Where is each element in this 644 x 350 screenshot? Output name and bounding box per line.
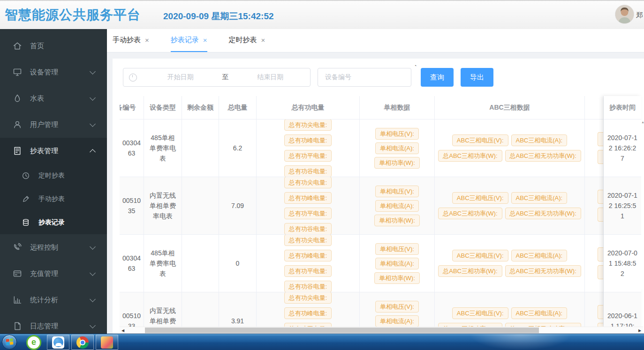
sidebar-item-统计分析[interactable]: 统计分析 bbox=[0, 287, 107, 313]
start-date-placeholder[interactable]: 开始日期 bbox=[141, 73, 220, 82]
stray-mark: ` bbox=[415, 64, 417, 72]
read-time-cell: 2020-06-11 17:10: bbox=[604, 292, 641, 327]
data-tag: 单相电流(A): bbox=[375, 142, 419, 154]
chevron-down-icon bbox=[90, 95, 96, 101]
scroll-left-arrow[interactable]: ◀ bbox=[120, 328, 126, 333]
sidebar-item-label: 日志管理 bbox=[30, 322, 58, 331]
sidebar-item-首页[interactable]: 首页 bbox=[0, 33, 107, 59]
search-button[interactable]: 查询 bbox=[421, 68, 454, 87]
table-cell: ABC三相电压(V):ABC三相电流(A):总ABC三相功率(W):总ABC三相… bbox=[435, 119, 585, 177]
start-button[interactable] bbox=[2, 335, 17, 350]
table-cell: 总有功尖电量:总有功峰电量:总有功平电量:总有功谷电量: bbox=[257, 235, 360, 292]
meter-icon bbox=[13, 146, 22, 156]
table-header-cell bbox=[585, 96, 604, 119]
table-row[interactable]: 0051035内置无线单相单费率电表7.09总有功尖电量:总有功峰电量:总有功平… bbox=[120, 177, 644, 235]
device-no-cell: 0030463 bbox=[120, 119, 144, 177]
abc-phase-tags: ABC三相电压(V):ABC三相电流(A):总ABC三相功率(W):总ABC三相… bbox=[435, 190, 584, 221]
table-cell: 单相电压(V):单相电流(A):单相功率(W): bbox=[360, 292, 435, 327]
browser-360-icon[interactable]: e bbox=[26, 335, 41, 350]
clipped-tag-fragment bbox=[598, 190, 603, 204]
home-icon bbox=[13, 41, 22, 51]
table-row[interactable]: 0030463485单相单费率电表6.2总有功尖电量:总有功峰电量:总有功平电量… bbox=[120, 119, 644, 177]
scroll-right-arrow[interactable]: ▶ bbox=[636, 328, 643, 333]
sidebar-item-抄表管理[interactable]: 抄表管理 bbox=[0, 138, 107, 164]
tab-close-icon[interactable]: × bbox=[145, 36, 149, 44]
sidebar-item-水表[interactable]: 水表 bbox=[0, 85, 107, 112]
data-tag: 总ABC三相无功功率(W): bbox=[505, 265, 581, 277]
chrome-taskbar-button[interactable] bbox=[71, 335, 94, 350]
table-row[interactable]: 0030463485单相单费率电表0总有功尖电量:总有功峰电量:总有功平电量:总… bbox=[120, 235, 644, 292]
data-tag: 总ABC三相功率(W): bbox=[438, 150, 502, 162]
balance-cell bbox=[182, 119, 219, 177]
sidebar-item-充值管理[interactable]: 充值管理 bbox=[0, 261, 107, 287]
sidebar-item-手动抄表[interactable]: 手动抄表 bbox=[0, 187, 107, 211]
table-header-cell: 剩余金额 bbox=[182, 96, 219, 119]
data-tag: ABC三相电压(V): bbox=[452, 250, 508, 261]
clipped-tag-fragment bbox=[598, 265, 603, 279]
data-tag: 单相电压(V): bbox=[375, 243, 419, 255]
sidebar-item-远程控制[interactable]: 远程控制 bbox=[0, 234, 107, 261]
device-number-placeholder: 设备编号 bbox=[325, 73, 351, 82]
qq-browser-taskbar-button[interactable] bbox=[47, 335, 69, 350]
balance-cell bbox=[182, 292, 219, 327]
data-tag: ABC三相电压(V): bbox=[452, 134, 508, 146]
horizontal-scrollbar[interactable]: ◀ ▶ bbox=[120, 327, 643, 334]
device-number-input[interactable]: 设备编号 bbox=[318, 68, 411, 87]
table-row[interactable]: 0051033内置无线单相单费率电表3.91总有功尖电量:总有功峰电量:总有功平… bbox=[120, 292, 644, 327]
device-type-cell: 485单相单费率电表 bbox=[144, 235, 182, 292]
scrollbar-track[interactable] bbox=[126, 328, 636, 333]
end-date-placeholder[interactable]: 结束日期 bbox=[231, 73, 311, 82]
sidebar-item-抄表记录[interactable]: 抄表记录 bbox=[0, 211, 107, 234]
chevron-down-icon bbox=[90, 121, 96, 127]
tab-定时抄表[interactable]: 定时抄表× bbox=[229, 29, 265, 52]
chevron-down-icon bbox=[90, 296, 96, 302]
data-table: 设备编号设备类型剩余金额总电量总有功电量单相数据ABC三相数据003046348… bbox=[120, 96, 644, 327]
photo-app-taskbar-button[interactable] bbox=[96, 335, 118, 350]
tab-close-icon[interactable]: × bbox=[203, 36, 207, 44]
clipped-tag-fragment bbox=[598, 150, 603, 164]
table-header-cell: 总电量 bbox=[219, 96, 257, 119]
data-tag: 单相电流(A): bbox=[375, 258, 419, 269]
date-range-input[interactable]: 开始日期 至 结束日期 bbox=[123, 68, 311, 87]
vertical-scrollbar[interactable]: ▲ bbox=[641, 120, 644, 289]
tab-手动抄表[interactable]: 手动抄表× bbox=[113, 29, 149, 52]
clipped-tag-fragment bbox=[598, 247, 603, 261]
table-header-cell: 设备编号 bbox=[120, 96, 144, 119]
energy-tags: 总有功尖电量:总有功峰电量:总有功平电量:总有功谷电量: bbox=[257, 119, 359, 177]
sidebar-item-label: 统计分析 bbox=[30, 296, 58, 305]
tab-close-icon[interactable]: × bbox=[261, 36, 265, 44]
data-tag: ABC三相电流(A): bbox=[511, 192, 568, 204]
export-button[interactable]: 导出 bbox=[461, 68, 493, 87]
bar-chart-icon bbox=[13, 295, 22, 305]
username[interactable]: 郑 bbox=[636, 11, 643, 20]
chevron-down-icon bbox=[90, 244, 96, 250]
qq-browser-icon bbox=[52, 336, 64, 349]
data-tag: 总有功平电量: bbox=[284, 323, 332, 327]
total-energy-cell: 7.09 bbox=[219, 177, 257, 235]
data-tag: 总ABC三相功率(W): bbox=[438, 208, 502, 219]
sidebar-item-label: 设备管理 bbox=[30, 68, 58, 77]
tab-抄表记录[interactable]: 抄表记录× bbox=[171, 29, 207, 52]
sidebar-item-设备管理[interactable]: 设备管理 bbox=[0, 59, 107, 85]
data-tag: 总有功峰电量: bbox=[284, 307, 332, 319]
tab-bar: 手动抄表×抄表记录×定时抄表× bbox=[107, 29, 644, 52]
sidebar-item-label: 抄表记录 bbox=[38, 218, 65, 227]
avatar[interactable] bbox=[615, 5, 634, 24]
data-tag: 总有功谷电量: bbox=[284, 281, 332, 292]
table-cell: 单相电压(V):单相电流(A):单相功率(W): bbox=[360, 235, 435, 292]
clipped-tags-cell bbox=[585, 292, 604, 327]
taskbar-glow bbox=[469, 334, 572, 350]
sidebar-item-用户管理[interactable]: 用户管理 bbox=[0, 112, 107, 138]
table-header-cell: ABC三相数据 bbox=[435, 96, 585, 119]
table-cell: 总有功尖电量:总有功峰电量:总有功平电量:总有功谷电量: bbox=[257, 177, 360, 235]
user-icon bbox=[13, 120, 22, 129]
sidebar-item-label: 定时抄表 bbox=[38, 171, 65, 180]
data-tag: 单相功率(W): bbox=[374, 215, 420, 226]
taskbar-left: e bbox=[2, 334, 118, 350]
screen: 智慧能源公共服务平台 2020-09-09 星期三15:42:52 郑 首页设备… bbox=[0, 0, 644, 350]
sidebar-item-定时抄表[interactable]: 定时抄表 bbox=[0, 164, 107, 187]
content-area: 开始日期 至 结束日期 设备编号 ` 查询 导出 设备编号设备类型剩余金额总电量… bbox=[107, 52, 644, 334]
header-datetime: 2020-09-09 星期三15:42:52 bbox=[163, 10, 274, 22]
chevron-down-icon bbox=[90, 270, 96, 276]
scrollbar-thumb[interactable] bbox=[145, 328, 539, 333]
